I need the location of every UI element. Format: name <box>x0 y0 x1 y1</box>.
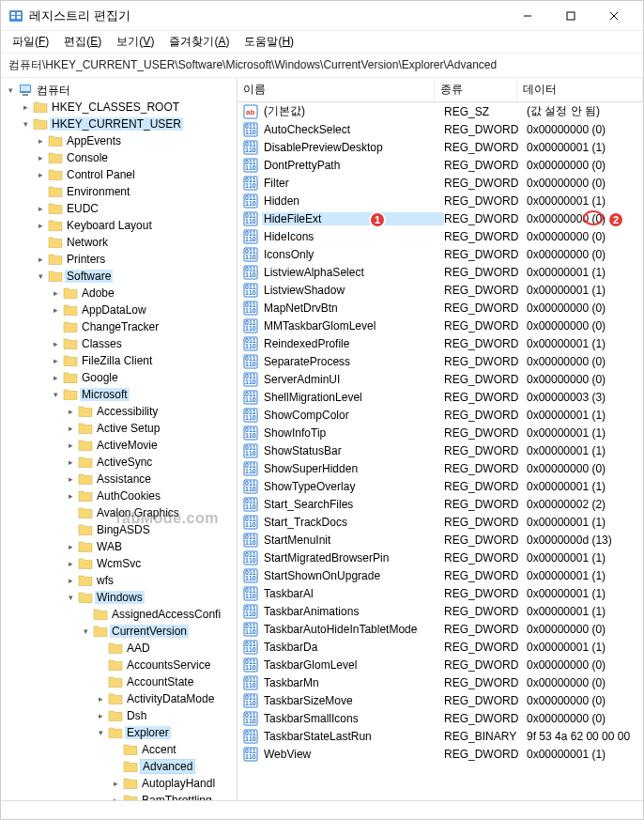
tree-view[interactable]: ▾컴퓨터▸HKEY_CLASSES_ROOT▾HKEY_CURRENT_USER… <box>1 78 238 800</box>
tree-arrow-icon[interactable] <box>95 642 106 654</box>
menu-file[interactable]: 파일(F) <box>5 32 56 52</box>
tree-item-accountstate[interactable]: AccountState <box>1 673 237 690</box>
tree-arrow-icon[interactable]: ▾ <box>65 592 76 603</box>
list-row[interactable]: 011110ShowTypeOverlayREG_DWORD0x00000001… <box>238 477 643 495</box>
tree-arrow-icon[interactable]: ▸ <box>65 440 76 451</box>
list-row[interactable]: 011110TaskbarSmallIconsREG_DWORD0x000000… <box>238 709 643 727</box>
tree-arrow-icon[interactable] <box>110 761 121 772</box>
tree-item-eudc[interactable]: ▸EUDC <box>1 200 237 217</box>
tree-item-hkcr[interactable]: ▸HKEY_CLASSES_ROOT <box>1 99 237 116</box>
list-row[interactable]: 011110DisablePreviewDesktopREG_DWORD0x00… <box>238 138 643 156</box>
list-row[interactable]: 011110Start_TrackDocsREG_DWORD0x00000001… <box>238 513 643 531</box>
list-row[interactable]: 011110ShellMigrationLevelREG_DWORD0x0000… <box>238 388 643 406</box>
tree-arrow-icon[interactable]: ▸ <box>50 355 61 366</box>
list-row[interactable]: 011110ListviewAlphaSelectREG_DWORD0x0000… <box>238 263 643 281</box>
list-row[interactable]: 011110ShowStatusBarREG_DWORD0x00000001 (… <box>238 441 643 459</box>
tree-arrow-icon[interactable]: ▸ <box>35 169 46 180</box>
menu-help[interactable]: 도움말(H) <box>237 32 301 52</box>
tree-item-adobe[interactable]: ▸Adobe <box>1 285 237 302</box>
list-row[interactable]: 011110Start_SearchFilesREG_DWORD0x000000… <box>238 495 643 513</box>
tree-item-currentversion[interactable]: ▾CurrentVersion <box>1 623 237 640</box>
tree-arrow-icon[interactable]: ▸ <box>65 406 76 417</box>
tree-arrow-icon[interactable]: ▸ <box>50 338 61 349</box>
tree-arrow-icon[interactable]: ▸ <box>50 287 61 299</box>
tree-item-printers[interactable]: ▸Printers <box>1 251 237 268</box>
list-row[interactable]: 011110MMTaskbarGlomLevelREG_DWORD0x00000… <box>238 317 643 334</box>
list-row[interactable]: 011110ReindexedProfileREG_DWORD0x0000000… <box>238 334 643 352</box>
list-row[interactable]: 011110StartShownOnUpgradeREG_DWORD0x0000… <box>238 566 643 584</box>
list-row[interactable]: 011110WebViewREG_DWORD0x00000001 (1) <box>238 745 643 763</box>
tree-arrow-icon[interactable]: ▸ <box>65 541 76 552</box>
list-row[interactable]: 011110ShowSuperHiddenREG_DWORD0x00000000… <box>238 459 643 477</box>
tree-arrow-icon[interactable]: ▾ <box>50 389 61 400</box>
col-name[interactable]: 이름 <box>238 78 435 101</box>
tree-arrow-icon[interactable] <box>110 744 121 755</box>
tree-arrow-icon[interactable]: ▸ <box>65 456 76 468</box>
tree-item-filezilla[interactable]: ▸FileZilla Client <box>1 352 237 369</box>
list-row[interactable]: 011110TaskbarDaREG_DWORD0x00000001 (1) <box>238 638 643 656</box>
list-row[interactable]: 011110ShowInfoTipREG_DWORD0x00000001 (1) <box>238 424 643 441</box>
tree-arrow-icon[interactable]: ▾ <box>80 626 91 637</box>
list-row[interactable]: 011110StartMigratedBrowserPinREG_DWORD0x… <box>238 549 643 566</box>
tree-arrow-icon[interactable]: ▸ <box>65 423 76 434</box>
list-row[interactable]: 011110MapNetDrvBtnREG_DWORD0x00000000 (0… <box>238 299 643 317</box>
tree-item-bamthrottling[interactable]: ▸BamThrottling <box>1 792 237 800</box>
menu-favorites[interactable]: 즐겨찾기(A) <box>161 32 237 52</box>
list-row[interactable]: 011110TaskbarStateLastRunREG_BINARY9f 53… <box>238 727 643 745</box>
minimize-button[interactable] <box>506 1 549 31</box>
menu-view[interactable]: 보기(V) <box>109 32 161 52</box>
tree-item-windows[interactable]: ▾Windows <box>1 589 237 606</box>
tree-arrow-icon[interactable] <box>80 609 91 620</box>
tree-arrow-icon[interactable]: ▸ <box>65 490 76 502</box>
tree-arrow-icon[interactable]: ▸ <box>110 795 121 800</box>
address-bar[interactable]: 컴퓨터\HKEY_CURRENT_USER\Software\Microsoft… <box>1 54 643 78</box>
col-data[interactable]: 데이터 <box>517 78 643 101</box>
tree-arrow-icon[interactable]: ▸ <box>65 575 76 586</box>
tree-arrow-icon[interactable]: ▸ <box>35 203 46 214</box>
tree-arrow-icon[interactable] <box>35 237 46 248</box>
tree-item-console[interactable]: ▸Console <box>1 149 237 166</box>
tree-item-aad[interactable]: AAD <box>1 640 237 657</box>
tree-item-advanced[interactable]: Advanced <box>1 758 237 775</box>
tree-item-activemovie[interactable]: ▸ActiveMovie <box>1 437 237 454</box>
list-row[interactable]: 011110SeparateProcessREG_DWORD0x00000000… <box>238 352 643 370</box>
tree-item-accessibility[interactable]: ▸Accessibility <box>1 403 237 420</box>
tree-item-software[interactable]: ▾Software <box>1 268 237 285</box>
tree-item-hkcu[interactable]: ▾HKEY_CURRENT_USER <box>1 116 237 132</box>
tree-item-bingasds[interactable]: BingASDS <box>1 521 237 538</box>
tree-arrow-icon[interactable]: ▸ <box>65 473 76 485</box>
tree-arrow-icon[interactable] <box>95 676 106 688</box>
tree-arrow-icon[interactable]: ▾ <box>95 727 106 738</box>
menu-edit[interactable]: 편집(E) <box>56 32 109 52</box>
tree-arrow-icon[interactable] <box>95 659 106 671</box>
list-row[interactable]: 011110HideIconsREG_DWORD0x00000000 (0) <box>238 227 643 245</box>
tree-arrow-icon[interactable]: ▾ <box>20 118 31 130</box>
tree-item-avalon[interactable]: Avalon.Graphics <box>1 504 237 521</box>
tree-arrow-icon[interactable]: ▸ <box>50 304 61 316</box>
tree-arrow-icon[interactable]: ▸ <box>50 372 61 383</box>
tree-item-changetracker[interactable]: ChangeTracker <box>1 318 237 335</box>
list-row[interactable]: 011110AutoCheckSelectREG_DWORD0x00000000… <box>238 120 643 138</box>
tree-arrow-icon[interactable]: ▸ <box>35 254 46 265</box>
tree-item-autoplayhandl[interactable]: ▸AutoplayHandl <box>1 775 237 792</box>
tree-item-accountsservice[interactable]: AccountsService <box>1 657 237 673</box>
tree-item-appdatalow[interactable]: ▸AppDataLow <box>1 302 237 318</box>
tree-item-activitydatamode[interactable]: ▸ActivityDataMode <box>1 690 237 707</box>
tree-item-wfs[interactable]: ▸wfs <box>1 572 237 589</box>
tree-arrow-icon[interactable] <box>35 186 46 197</box>
maximize-button[interactable] <box>549 1 592 31</box>
tree-item-appevents[interactable]: ▸AppEvents <box>1 132 237 149</box>
tree-item-controlpanel[interactable]: ▸Control Panel <box>1 166 237 183</box>
list-row[interactable]: ab(기본값)REG_SZ(값 설정 안 됨) <box>238 102 643 120</box>
tree-arrow-icon[interactable]: ▸ <box>110 778 121 789</box>
tree-item-authcookies[interactable]: ▸AuthCookies <box>1 487 237 504</box>
list-row[interactable]: 011110TaskbarMnREG_DWORD0x00000000 (0) <box>238 673 643 691</box>
tree-item-keyboard[interactable]: ▸Keyboard Layout <box>1 217 237 234</box>
tree-item-accent[interactable]: Accent <box>1 741 237 758</box>
tree-item-wab[interactable]: ▸WAB <box>1 538 237 555</box>
list-row[interactable]: 011110ShowCompColorREG_DWORD0x00000001 (… <box>238 406 643 424</box>
tree-item-explorer[interactable]: ▾Explorer <box>1 724 237 741</box>
tree-item-activesync[interactable]: ▸ActiveSync <box>1 454 237 471</box>
tree-arrow-icon[interactable] <box>65 507 76 518</box>
list-row[interactable]: 011110TaskbarAnimationsREG_DWORD0x000000… <box>238 602 643 620</box>
